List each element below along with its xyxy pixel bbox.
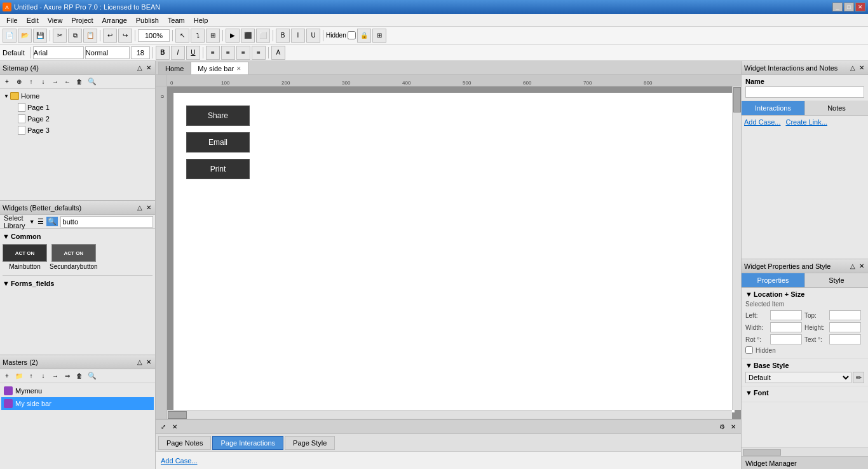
page-notes-tab[interactable]: Page Notes <box>158 436 211 450</box>
sitemap-down-btn[interactable]: ↓ <box>37 76 49 88</box>
properties-close-icon[interactable]: ✕ <box>858 262 865 270</box>
publish-btn[interactable]: ⬜ <box>256 29 270 43</box>
crop-button[interactable]: ⊞ <box>206 29 220 43</box>
new-button[interactable]: 📄 <box>3 29 17 43</box>
maximize-button[interactable]: □ <box>844 3 854 11</box>
lock-button[interactable]: 🔒 <box>357 29 371 43</box>
properties-tab[interactable]: Properties <box>742 273 805 287</box>
tree-item-home[interactable]: ▼ Home <box>0 90 155 102</box>
library-dropdown-icon[interactable]: ▼ <box>29 219 35 225</box>
page-style-tab[interactable]: Page Style <box>285 436 335 450</box>
sitemap-add-btn[interactable]: + <box>1 76 13 88</box>
tree-item-page2[interactable]: Page 2 <box>0 113 155 125</box>
color-btn[interactable]: A <box>271 46 285 60</box>
common-category-header[interactable]: ▼ Common <box>3 231 153 241</box>
save-button[interactable]: 💾 <box>33 29 47 43</box>
style-tab[interactable]: Style <box>805 273 868 287</box>
zoom-input[interactable]: 100% <box>138 29 170 42</box>
align-left-btn[interactable]: ≡ <box>206 46 220 60</box>
properties-expand-icon[interactable]: △ <box>849 262 857 270</box>
font-size-input[interactable]: 18 <box>131 46 150 59</box>
expand-icon[interactable]: ⤢ <box>158 421 168 432</box>
menu-publish[interactable]: Publish <box>132 15 163 25</box>
align-justify-btn[interactable]: ≡ <box>252 46 266 60</box>
minimize-button[interactable]: _ <box>832 3 843 11</box>
window-controls[interactable]: _ □ ✕ <box>832 3 865 11</box>
italic-button[interactable]: I <box>171 46 185 60</box>
font-style-input[interactable]: Normal <box>85 46 130 59</box>
font-family-input[interactable]: Arial <box>33 46 84 59</box>
sitemap-add-child-btn[interactable]: ⊕ <box>13 76 25 88</box>
collapse-icon[interactable]: ✕ <box>170 421 180 432</box>
add-case-link[interactable]: Add Case... <box>161 457 197 465</box>
format-btn3[interactable]: U <box>306 29 320 43</box>
preview-button[interactable]: ⬛ <box>241 29 255 43</box>
create-link-link[interactable]: Create Link... <box>785 118 827 126</box>
menu-file[interactable]: File <box>3 15 22 25</box>
bold-button[interactable]: B <box>156 46 170 60</box>
canvas-hscrollbar[interactable] <box>167 410 732 419</box>
underline-button[interactable]: U <box>186 46 200 60</box>
copy-button[interactable]: ⧉ <box>68 29 82 43</box>
masters-item-mymenu[interactable]: Mymenu <box>1 384 154 397</box>
masters-close-icon[interactable]: ✕ <box>145 358 153 366</box>
page-interactions-tab[interactable]: Page Interactions <box>212 436 283 450</box>
close-button[interactable]: ✕ <box>855 3 865 11</box>
format-btn1[interactable]: B <box>276 29 290 43</box>
rot-input[interactable] <box>770 334 802 344</box>
masters-down-btn[interactable]: ↓ <box>37 370 49 382</box>
close2-icon[interactable]: ✕ <box>728 421 738 432</box>
play-button[interactable]: ▶ <box>226 29 240 43</box>
canvas-tab-sidebar[interactable]: My side bar ✕ <box>191 62 248 74</box>
cut-button[interactable]: ✂ <box>53 29 67 43</box>
settings-icon[interactable]: ⚙ <box>717 421 727 432</box>
height-input[interactable] <box>829 322 861 332</box>
hidden-prop-checkbox[interactable] <box>745 346 753 354</box>
masters-search-btn[interactable]: 🔍 <box>86 370 98 382</box>
widgets-close-icon[interactable]: ✕ <box>145 203 153 212</box>
connection-button[interactable]: ⤵ <box>191 29 205 43</box>
print-button-widget[interactable]: Print <box>186 159 250 179</box>
sitemap-search-btn[interactable]: 🔍 <box>86 76 98 88</box>
sitemap-close-icon[interactable]: ✕ <box>145 64 153 72</box>
properties-hscrollbar[interactable] <box>742 447 868 456</box>
interactions-expand-icon[interactable]: △ <box>849 64 857 72</box>
width-input[interactable] <box>770 322 802 332</box>
menu-arrange[interactable]: Arrange <box>98 15 131 25</box>
top-input[interactable] <box>829 310 861 320</box>
email-button-widget[interactable]: Email <box>186 132 250 153</box>
masters-folder-btn[interactable]: 📁 <box>13 370 25 382</box>
canvas-tab-home[interactable]: Home <box>158 62 191 74</box>
forms-category-header[interactable]: ▼ Forms_fields <box>3 278 153 289</box>
canvas-vscrollbar[interactable] <box>732 86 741 410</box>
canvas-vscroll-thumb[interactable] <box>733 87 741 112</box>
masters-flow-btn[interactable]: ⇒ <box>62 370 73 382</box>
hidden-checkbox[interactable] <box>348 31 356 39</box>
menu-view[interactable]: View <box>44 15 67 25</box>
menu-help[interactable]: Help <box>190 15 212 25</box>
widget-search-input[interactable]: butto <box>60 216 153 228</box>
left-input[interactable] <box>770 310 802 320</box>
interactions-close-icon[interactable]: ✕ <box>858 64 865 72</box>
sitemap-expand-icon[interactable]: △ <box>136 64 144 72</box>
notes-tab[interactable]: Notes <box>805 101 868 115</box>
masters-add-btn[interactable]: + <box>1 370 13 382</box>
properties-hscroll-thumb[interactable] <box>743 449 781 456</box>
grid-button[interactable]: ⊞ <box>372 29 386 43</box>
align-center-btn[interactable]: ≡ <box>221 46 235 60</box>
home-expand-icon[interactable]: ▼ <box>3 92 10 100</box>
sitemap-delete-btn[interactable]: 🗑 <box>74 76 85 88</box>
sidebar-tab-close[interactable]: ✕ <box>236 65 241 72</box>
widgets-expand-icon[interactable]: △ <box>136 203 144 212</box>
text-input[interactable] <box>829 334 861 344</box>
secondarybutton-widget[interactable]: ACT ON Secundarybutton <box>50 244 98 270</box>
search-active-btn[interactable]: 🔍 <box>46 217 58 226</box>
sitemap-outdent-btn[interactable]: ← <box>62 76 73 88</box>
share-button-widget[interactable]: Share <box>186 105 250 126</box>
sitemap-indent-btn[interactable]: → <box>50 76 61 88</box>
canvas-hscroll-thumb[interactable] <box>168 411 187 419</box>
open-button[interactable]: 📂 <box>18 29 32 43</box>
widget-name-input[interactable] <box>745 86 864 98</box>
masters-item-sidebar[interactable]: My side bar <box>1 397 154 410</box>
tree-item-page1[interactable]: Page 1 <box>0 102 155 113</box>
